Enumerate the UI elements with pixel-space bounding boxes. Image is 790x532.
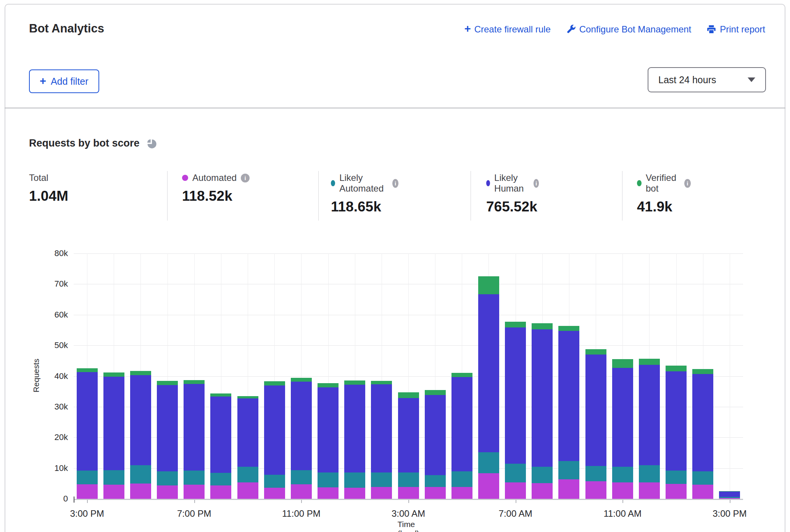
bar-segment-likely-automated[interactable] <box>318 472 339 487</box>
bar-segment-likely-automated[interactable] <box>505 464 526 482</box>
bar-segment-likely-human[interactable] <box>478 294 499 452</box>
bar-segment-likely-automated[interactable] <box>237 467 258 483</box>
add-filter-button[interactable]: + Add filter <box>29 69 99 93</box>
bar-segment-automated[interactable] <box>237 482 258 499</box>
bar-segment-verified-bot[interactable] <box>666 366 687 371</box>
configure-bot-management-link[interactable]: Configure Bot Management <box>566 24 692 35</box>
bar-segment-automated[interactable] <box>77 484 98 499</box>
bar-segment-likely-automated[interactable] <box>130 465 151 484</box>
bar-segment-likely-automated[interactable] <box>398 472 419 487</box>
bar-segment-likely-automated[interactable] <box>344 472 365 488</box>
bar-segment-likely-automated[interactable] <box>184 471 205 485</box>
bar-segment-automated[interactable] <box>612 482 633 499</box>
bar-segment-likely-human[interactable] <box>398 398 419 472</box>
bar-segment-likely-automated[interactable] <box>585 466 606 481</box>
bar-segment-likely-automated[interactable] <box>157 471 178 485</box>
bar-segment-likely-human[interactable] <box>612 368 633 467</box>
bar-segment-likely-human[interactable] <box>210 397 231 473</box>
bar-segment-likely-human[interactable] <box>237 398 258 466</box>
bar-segment-verified-bot[interactable] <box>210 393 231 397</box>
bar-segment-verified-bot[interactable] <box>719 491 740 492</box>
bar-segment-likely-automated[interactable] <box>451 471 472 487</box>
time-range-select[interactable]: Last 24 hours <box>648 67 766 92</box>
bar-segment-automated[interactable] <box>451 487 472 499</box>
bar-segment-likely-human[interactable] <box>558 331 579 461</box>
bar-segment-automated[interactable] <box>425 487 446 499</box>
bar-segment-likely-automated[interactable] <box>77 471 98 484</box>
bar-segment-automated[interactable] <box>478 473 499 499</box>
bar-segment-verified-bot[interactable] <box>398 392 419 398</box>
bar-segment-likely-human[interactable] <box>264 385 285 475</box>
bar-segment-likely-human[interactable] <box>692 374 713 471</box>
bar-segment-likely-automated[interactable] <box>291 470 312 484</box>
bar-segment-automated[interactable] <box>398 487 419 499</box>
bar-segment-likely-human[interactable] <box>371 384 392 472</box>
bar-segment-automated[interactable] <box>692 485 713 499</box>
bar-segment-automated[interactable] <box>184 485 205 499</box>
bar-segment-automated[interactable] <box>639 482 660 499</box>
bar-segment-automated[interactable] <box>371 487 392 499</box>
bar-segment-likely-automated[interactable] <box>532 467 553 483</box>
bar-segment-verified-bot[interactable] <box>103 372 124 377</box>
bar-segment-automated[interactable] <box>532 483 553 499</box>
bar-segment-likely-human[interactable] <box>318 387 339 472</box>
bar-segment-verified-bot[interactable] <box>77 368 98 372</box>
bar-segment-likely-automated[interactable] <box>666 471 687 484</box>
bar-segment-likely-automated[interactable] <box>692 471 713 485</box>
bar-segment-likely-human[interactable] <box>451 377 472 472</box>
bar-segment-likely-human[interactable] <box>532 329 553 467</box>
bar-segment-likely-automated[interactable] <box>264 475 285 488</box>
info-icon[interactable]: i <box>534 179 539 188</box>
bar-segment-automated[interactable] <box>558 479 579 499</box>
bar-segment-likely-human[interactable] <box>291 382 312 470</box>
bar-segment-automated[interactable] <box>210 485 231 499</box>
info-icon[interactable]: i <box>684 179 691 188</box>
bar-segment-likely-human[interactable] <box>666 371 687 471</box>
info-icon[interactable]: i <box>392 179 398 188</box>
bar-segment-automated[interactable] <box>318 487 339 499</box>
bar-segment-likely-automated[interactable] <box>639 465 660 483</box>
bar-segment-verified-bot[interactable] <box>318 383 339 387</box>
bar-segment-verified-bot[interactable] <box>130 371 151 375</box>
bar-segment-likely-automated[interactable] <box>103 470 124 485</box>
bar-segment-verified-bot[interactable] <box>585 349 606 355</box>
bar-segment-verified-bot[interactable] <box>478 276 499 294</box>
bar-segment-verified-bot[interactable] <box>451 373 472 377</box>
bar-segment-likely-human[interactable] <box>77 372 98 471</box>
bar-segment-verified-bot[interactable] <box>639 359 660 365</box>
info-icon[interactable]: i <box>241 174 250 182</box>
bar-segment-automated[interactable] <box>103 485 124 499</box>
bar-segment-verified-bot[interactable] <box>505 322 526 327</box>
bar-segment-verified-bot[interactable] <box>184 380 205 384</box>
bar-segment-verified-bot[interactable] <box>291 378 312 382</box>
bar-segment-verified-bot[interactable] <box>532 323 553 329</box>
bar-segment-verified-bot[interactable] <box>612 359 633 368</box>
bar-segment-verified-bot[interactable] <box>692 369 713 374</box>
create-firewall-rule-link[interactable]: + Create firewall rule <box>464 24 551 35</box>
bar-segment-verified-bot[interactable] <box>371 381 392 384</box>
bar-segment-verified-bot[interactable] <box>425 390 446 395</box>
bar-segment-likely-automated[interactable] <box>719 497 740 498</box>
bar-segment-likely-human[interactable] <box>184 384 205 471</box>
bar-segment-automated[interactable] <box>505 482 526 499</box>
bar-segment-likely-human[interactable] <box>505 327 526 464</box>
bar-segment-automated[interactable] <box>264 488 285 499</box>
bar-segment-verified-bot[interactable] <box>264 381 285 385</box>
bar-segment-likely-human[interactable] <box>130 375 151 465</box>
bar-segment-automated[interactable] <box>130 484 151 499</box>
bar-segment-likely-human[interactable] <box>157 385 178 471</box>
bar-segment-likely-automated[interactable] <box>210 473 231 485</box>
bar-segment-likely-automated[interactable] <box>558 461 579 479</box>
bar-segment-likely-automated[interactable] <box>478 452 499 473</box>
bar-segment-likely-automated[interactable] <box>425 475 446 487</box>
bar-segment-verified-bot[interactable] <box>344 380 365 385</box>
bar-segment-automated[interactable] <box>344 488 365 499</box>
bar-segment-automated[interactable] <box>157 485 178 499</box>
bar-segment-verified-bot[interactable] <box>157 381 178 385</box>
bar-segment-automated[interactable] <box>585 481 606 499</box>
bar-segment-likely-human[interactable] <box>719 492 740 497</box>
bar-segment-automated[interactable] <box>666 484 687 499</box>
bar-segment-likely-human[interactable] <box>585 355 606 466</box>
bar-segment-verified-bot[interactable] <box>237 396 258 398</box>
bar-segment-automated[interactable] <box>291 484 312 499</box>
